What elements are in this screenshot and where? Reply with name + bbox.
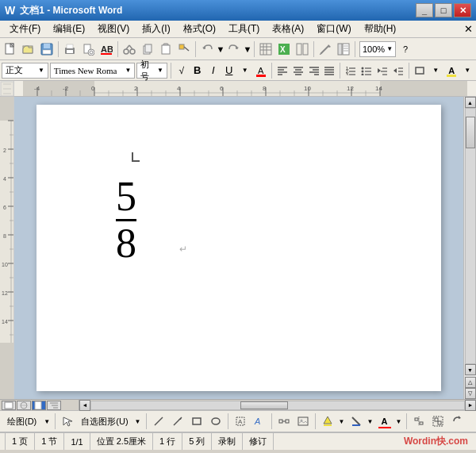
save-button[interactable]	[38, 40, 56, 58]
zoom-arrow[interactable]: ▼	[386, 45, 393, 52]
select-button[interactable]	[59, 413, 76, 430]
draw-menu-button[interactable]: 绘图(D)	[3, 413, 40, 430]
document-area[interactable]: 5 8 ↵	[14, 97, 463, 399]
font-color-arrow2[interactable]: ▼	[395, 413, 403, 430]
rotate-button[interactable]	[448, 413, 466, 430]
doc-map-button[interactable]	[335, 40, 352, 58]
arrow-tool[interactable]	[169, 413, 186, 430]
scroll-track[interactable]	[465, 108, 476, 364]
image-button[interactable]	[294, 413, 312, 430]
wordart-tool[interactable]: A	[251, 413, 268, 430]
open-button[interactable]	[20, 40, 37, 58]
help-icon[interactable]: ?	[397, 40, 414, 58]
print-layout-button[interactable]	[32, 401, 46, 410]
scroll-up-button[interactable]: ▲	[465, 97, 476, 108]
svg-rect-179	[438, 421, 441, 424]
print-button[interactable]	[61, 40, 79, 58]
page-up-button[interactable]: △	[465, 377, 476, 388]
fill-color-button[interactable]	[319, 413, 336, 430]
formula-button[interactable]: √	[175, 63, 189, 79]
scroll-thumb[interactable]	[466, 117, 475, 148]
svg-rect-40	[343, 44, 349, 55]
font-selector[interactable]: Times New Roma ▼	[50, 63, 136, 79]
web-view-button[interactable]	[17, 401, 31, 410]
page-down-button[interactable]: ▽	[465, 388, 476, 399]
italic-button[interactable]: I	[206, 63, 221, 79]
bold-button[interactable]: B	[190, 63, 205, 79]
outline-view-button[interactable]	[47, 401, 61, 410]
autoshape-arrow[interactable]: ▼	[133, 413, 143, 430]
zoom-display[interactable]: 100% ▼	[359, 41, 396, 57]
menu-insert[interactable]: 插入(I)	[136, 21, 176, 37]
autoshape-label[interactable]: 自选图形(U)	[78, 413, 131, 430]
highlight-arrow[interactable]: ▼	[460, 63, 474, 79]
hscroll-left-button[interactable]: ◄	[79, 400, 90, 411]
scroll-down-button[interactable]: ▼	[465, 364, 476, 375]
increase-indent-button[interactable]	[391, 63, 405, 79]
close-button[interactable]: ✕	[454, 3, 471, 17]
redo-dropdown[interactable]: ▼	[244, 40, 251, 58]
num-list-button[interactable]: 1.2.3.	[344, 63, 358, 79]
menu-edit[interactable]: 编辑(E)	[47, 21, 91, 37]
align-right-button[interactable]	[307, 63, 321, 79]
menu-format[interactable]: 格式(O)	[177, 21, 222, 37]
maximize-button[interactable]: □	[435, 3, 452, 17]
line-color-arrow[interactable]: ▼	[367, 413, 374, 430]
justify-button[interactable]	[323, 63, 337, 79]
paste-button[interactable]	[157, 40, 175, 58]
line-tool[interactable]	[150, 413, 167, 430]
diagram-button[interactable]	[275, 413, 293, 430]
menu-table[interactable]: 表格(A)	[266, 21, 310, 37]
underline-button[interactable]: U	[222, 63, 236, 79]
format-painter-button[interactable]	[175, 40, 193, 58]
print-preview-button[interactable]	[79, 40, 97, 58]
align-left-button[interactable]	[275, 63, 290, 79]
redo-button[interactable]	[225, 40, 243, 58]
hscroll-thumb[interactable]	[240, 401, 288, 409]
table-insert-button[interactable]	[257, 40, 274, 58]
draw-menu-arrow[interactable]: ▼	[42, 413, 52, 430]
new-button[interactable]	[2, 40, 19, 58]
align-center-button[interactable]	[291, 63, 305, 79]
minimize-button[interactable]: _	[416, 3, 433, 17]
hscroll-track[interactable]	[90, 401, 465, 410]
style-arrow[interactable]: ▼	[38, 67, 44, 74]
spell-check-button[interactable]: ABC	[98, 40, 115, 58]
ellipse-tool[interactable]	[207, 413, 225, 430]
menu-tools[interactable]: 工具(T)	[222, 21, 266, 37]
hscroll-right-button[interactable]: ►	[465, 400, 476, 411]
drawing-button[interactable]	[317, 40, 334, 58]
menu-help[interactable]: 帮助(H)	[358, 21, 403, 37]
group-button[interactable]	[429, 413, 447, 430]
align-distribute-button[interactable]	[410, 413, 428, 430]
fill-arrow[interactable]: ▼	[338, 413, 346, 430]
size-arrow[interactable]: ▼	[157, 67, 163, 74]
font-arrow[interactable]: ▼	[125, 67, 132, 74]
rect-tool[interactable]	[188, 413, 205, 430]
columns-button[interactable]	[294, 40, 311, 58]
style-selector[interactable]: 正文 ▼	[2, 63, 48, 79]
font-size-selector[interactable]: 初号 ▼	[136, 63, 167, 79]
cut-button[interactable]	[121, 40, 138, 58]
menu-file[interactable]: 文件(F)	[3, 21, 47, 37]
font-color-button[interactable]: A	[254, 63, 268, 79]
highlight-button[interactable]: A	[444, 63, 459, 79]
menu-window[interactable]: 窗口(W)	[310, 21, 357, 37]
line-color-button[interactable]	[347, 413, 365, 430]
undo-button[interactable]	[198, 40, 216, 58]
border-arrow[interactable]: ▼	[428, 63, 443, 79]
decrease-indent-button[interactable]	[375, 63, 390, 79]
excel-button[interactable]: X	[275, 40, 293, 58]
bullet-list-button[interactable]	[359, 63, 374, 79]
underline-arrow[interactable]: ▼	[238, 63, 252, 79]
copy-button[interactable]	[139, 40, 156, 58]
menu-view[interactable]: 视图(V)	[91, 21, 136, 37]
font-color-btn2[interactable]: A	[376, 413, 393, 430]
drawing-toolbar: 绘图(D) ▼ 自选图形(U) ▼ A A ▼ ▼ A ▼	[0, 410, 476, 432]
menu-close-icon[interactable]: ✕	[464, 23, 473, 35]
textbox-tool[interactable]: A	[232, 413, 249, 430]
border-button[interactable]	[413, 63, 427, 79]
normal-view-button[interactable]	[2, 401, 16, 410]
undo-dropdown[interactable]: ▼	[217, 40, 225, 58]
svg-text:10: 10	[304, 85, 311, 92]
